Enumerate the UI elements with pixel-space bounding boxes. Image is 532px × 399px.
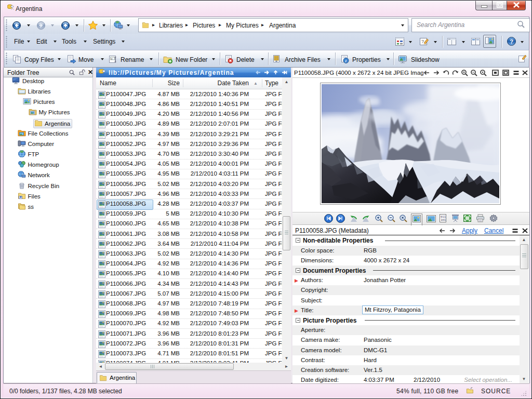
svg-text:?: ? [510, 38, 513, 45]
svg-text:101: 101 [441, 218, 446, 221]
svg-text:x: x [111, 57, 113, 60]
svg-text:?: ? [421, 39, 424, 44]
